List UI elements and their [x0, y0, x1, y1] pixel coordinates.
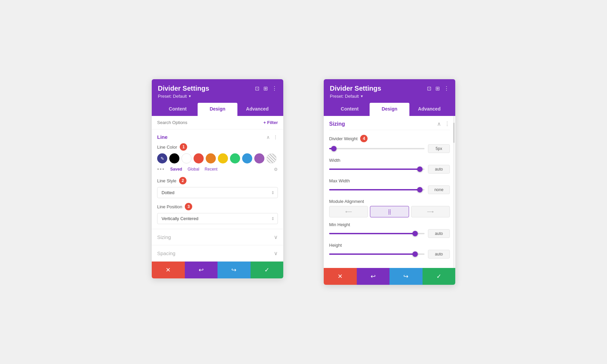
sizing-section-header: Sizing ∧ ⋮	[329, 121, 450, 130]
color-tab-saved[interactable]: Saved	[170, 167, 182, 172]
divider-weight-field: Divider Weight 4 5px	[329, 135, 450, 153]
swatch-orange[interactable]	[206, 153, 216, 163]
left-header-icons: ⊡ ⊞ ⋮	[255, 85, 277, 92]
width-value: auto	[428, 165, 450, 174]
line-position-label: Line Position	[157, 204, 182, 209]
right-close-button[interactable]: ✕	[324, 268, 357, 285]
swatch-red[interactable]	[194, 153, 204, 163]
preset-arrow-icon[interactable]: ▼	[188, 94, 192, 98]
min-height-field: Min Height auto	[329, 222, 450, 238]
align-right-icon: ⟶	[427, 209, 434, 214]
right-panel-footer: ✕ ↩ ↪ ✓	[324, 268, 455, 285]
color-dots: •••	[157, 166, 165, 172]
left-save-button[interactable]: ✓	[251, 262, 284, 278]
line-collapse-icon[interactable]: ∧	[266, 134, 270, 140]
line-section-title: Line	[157, 134, 168, 140]
divider-weight-value: 5px	[428, 144, 450, 153]
color-tab-global[interactable]: Global	[187, 167, 199, 172]
scrollbar-thumb[interactable]	[453, 123, 455, 143]
pen-icon: ✎	[161, 156, 164, 161]
fullscreen-icon[interactable]: ⊡	[255, 85, 259, 92]
columns-icon[interactable]: ⊞	[263, 85, 268, 92]
left-panel-body: + Filter Line ∧ ⋮ Line Color 1	[152, 116, 283, 262]
height-track[interactable]	[329, 253, 425, 255]
max-width-label: Max Width	[329, 178, 350, 183]
sizing-section: Sizing ∧ ⋮ Divider Weight 4	[324, 116, 455, 268]
height-value: auto	[428, 250, 450, 259]
sizing-collapse-icon[interactable]: ∧	[437, 121, 441, 127]
sizing-more-icon[interactable]: ⋮	[444, 121, 450, 127]
right-panel-header: Divider Settings ⊡ ⊞ ⋮ Preset: Default ▼…	[324, 79, 455, 116]
tab-design-left[interactable]: Design	[198, 103, 237, 116]
line-style-badge: 2	[179, 177, 186, 184]
align-left-button[interactable]: ⟵	[329, 206, 368, 217]
sizing-title: Sizing	[329, 121, 345, 127]
line-color-badge: 1	[180, 143, 187, 151]
sizing-section-collapsed[interactable]: Sizing ∨	[152, 229, 283, 245]
search-input[interactable]	[157, 120, 261, 125]
line-position-select[interactable]: Vertically Centered Top Bottom	[157, 213, 278, 224]
right-more-icon[interactable]: ⋮	[444, 85, 449, 92]
right-tabs: Content Design Advanced	[330, 103, 449, 116]
left-panel-title: Divider Settings	[158, 85, 209, 92]
left-preset-row: Preset: Default ▼	[158, 94, 277, 99]
spacing-chevron-icon: ∨	[274, 250, 278, 256]
line-color-label: Line Color	[157, 145, 177, 150]
left-redo-button[interactable]: ↪	[218, 262, 251, 278]
swatch-black[interactable]	[169, 153, 179, 163]
line-more-icon[interactable]: ⋮	[273, 134, 278, 140]
spacing-section-collapsed[interactable]: Spacing ∨	[152, 245, 283, 262]
swatch-blue[interactable]	[242, 153, 252, 163]
right-preset-arrow-icon[interactable]: ▼	[360, 94, 364, 98]
max-width-track[interactable]	[329, 189, 425, 190]
right-undo-button[interactable]: ↩	[357, 268, 390, 285]
right-panel: Divider Settings ⊡ ⊞ ⋮ Preset: Default ▼…	[324, 79, 455, 285]
color-tabs-row: ••• Saved Global Recent ⚙	[157, 166, 278, 172]
color-settings-icon[interactable]: ⚙	[274, 167, 278, 172]
line-color-label-row: Line Color 1	[157, 143, 278, 151]
left-preset-label: Preset: Default	[158, 94, 187, 99]
tab-content-right[interactable]: Content	[330, 103, 370, 116]
right-panel-title: Divider Settings	[330, 85, 381, 92]
color-tab-recent[interactable]: Recent	[205, 167, 218, 172]
left-close-button[interactable]: ✕	[152, 262, 185, 278]
max-width-value: none	[428, 185, 450, 194]
line-style-dropdown-wrapper: None Solid Dotted Dashed Double	[157, 187, 278, 198]
line-style-label: Line Style	[157, 178, 176, 183]
tab-advanced-left[interactable]: Advanced	[237, 103, 277, 116]
min-height-track[interactable]	[329, 233, 425, 234]
line-position-field: Line Position 3 Vertically Centered Top …	[157, 203, 278, 224]
sizing-chevron-icon: ∨	[274, 234, 278, 240]
scrollbar-track	[453, 116, 455, 268]
width-field: Width auto	[329, 158, 450, 174]
right-preset-label: Preset: Default	[330, 94, 359, 99]
min-height-value: auto	[428, 229, 450, 238]
filter-button[interactable]: + Filter	[263, 120, 278, 125]
right-fullscreen-icon[interactable]: ⊡	[427, 85, 431, 92]
tab-advanced-right[interactable]: Advanced	[409, 103, 449, 116]
right-columns-icon[interactable]: ⊞	[435, 85, 440, 92]
swatch-yellow[interactable]	[218, 153, 228, 163]
swatch-white[interactable]	[181, 153, 192, 163]
swatch-purple[interactable]	[254, 153, 264, 163]
swatch-green[interactable]	[230, 153, 240, 163]
divider-weight-track[interactable]	[329, 148, 425, 149]
align-center-button[interactable]: ⣿	[370, 206, 409, 217]
right-preset-row: Preset: Default ▼	[330, 94, 449, 99]
right-save-button[interactable]: ✓	[423, 268, 456, 285]
line-style-field: Line Style 2 None Solid Dotted Dashed Do…	[157, 177, 278, 198]
right-redo-button[interactable]: ↪	[389, 268, 423, 285]
module-alignment-field: Module Alignment ⟵ ⣿ ⟶	[329, 199, 450, 217]
left-undo-button[interactable]: ↩	[185, 262, 218, 278]
width-track[interactable]	[329, 169, 425, 170]
more-icon[interactable]: ⋮	[272, 85, 277, 92]
tab-content-left[interactable]: Content	[158, 103, 198, 116]
align-right-button[interactable]: ⟶	[411, 206, 450, 217]
left-panel: Divider Settings ⊡ ⊞ ⋮ Preset: Default ▼…	[152, 79, 283, 278]
color-pen-swatch[interactable]: ✎	[157, 153, 167, 163]
line-position-dropdown-wrapper: Vertically Centered Top Bottom	[157, 213, 278, 224]
line-style-select[interactable]: None Solid Dotted Dashed Double	[157, 187, 278, 198]
swatch-striped[interactable]	[266, 153, 277, 163]
tab-design-right[interactable]: Design	[370, 103, 409, 116]
right-panel-body: Sizing ∧ ⋮ Divider Weight 4	[324, 116, 455, 268]
